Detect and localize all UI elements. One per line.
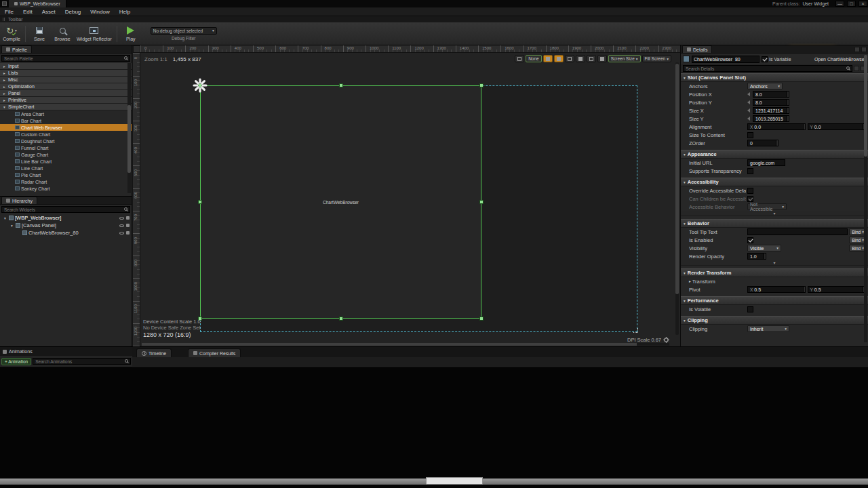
window-title-tab[interactable]: WBP_WebBrowser: [9, 0, 66, 7]
alignment-x-field[interactable]: X0.0: [747, 123, 806, 130]
pivot-y-field[interactable]: Y0.5: [808, 286, 866, 293]
palette-item-doughnut-chart[interactable]: Doughnut Chart: [0, 138, 132, 144]
visibility-eye-icon[interactable]: [119, 217, 124, 220]
section-expand-button[interactable]: ▾: [681, 260, 868, 266]
hierarchy-search-input[interactable]: [1, 206, 130, 213]
alignment-y-field[interactable]: Y0.0: [808, 123, 866, 130]
render-opacity-field[interactable]: 1.0: [747, 253, 766, 260]
visibility-eye-icon[interactable]: [119, 232, 124, 235]
reset-to-default-icon[interactable]: [747, 100, 750, 104]
anchor-gizmo-icon[interactable]: [191, 77, 209, 94]
scrollbar-thumb[interactable]: [864, 55, 867, 157]
zorder-field[interactable]: 0: [747, 140, 778, 146]
spinner[interactable]: [787, 108, 789, 113]
tab-compiler-results[interactable]: Compiler Results: [188, 348, 241, 357]
palette-search-input[interactable]: [1, 55, 130, 62]
palette-category-panel[interactable]: ▸Panel: [0, 90, 132, 97]
spinner[interactable]: [803, 287, 805, 292]
palette-item-funnel-chart[interactable]: Funnel Chart: [0, 144, 132, 151]
designer-canvas[interactable]: ChartWebBrowser: [140, 53, 680, 346]
resize-handle-bottom-right[interactable]: [479, 317, 484, 321]
palette-category-primitive[interactable]: ▸Primitive: [0, 97, 132, 104]
chevron-right-icon[interactable]: ▸: [689, 279, 691, 283]
debug-object-dropdown[interactable]: No debug object selected ▾: [151, 27, 217, 35]
details-search-input[interactable]: [683, 65, 852, 72]
selected-widget-rect[interactable]: ChartWebBrowser: [200, 85, 481, 319]
section-clipping-header[interactable]: ▾Clipping: [681, 316, 868, 325]
cursor-tool-button[interactable]: [515, 55, 524, 62]
palette-item-chart-web-browser[interactable]: Chart Web Browser: [0, 124, 132, 131]
lock-icon[interactable]: [126, 216, 130, 220]
tab-palette[interactable]: Palette: [1, 45, 32, 53]
section-slot-header[interactable]: ▾Slot (Canvas Panel Slot): [681, 73, 868, 82]
spinner[interactable]: [787, 92, 789, 97]
scrollbar-thumb[interactable]: [675, 64, 679, 294]
menu-window[interactable]: Window: [85, 7, 114, 16]
screen-size-button[interactable]: Screen Size▾: [608, 55, 641, 62]
palette-category-lists[interactable]: ▸Lists: [0, 70, 132, 77]
size-to-content-checkbox[interactable]: [747, 132, 753, 138]
save-button[interactable]: Save: [28, 23, 51, 45]
palette-item-sankey-chart[interactable]: Sankey Chart: [0, 185, 132, 192]
palette-item-custom-chart[interactable]: Custom Chart: [0, 131, 132, 138]
zoom-out-button[interactable]: [565, 55, 574, 62]
reset-to-default-icon[interactable]: [747, 117, 750, 121]
gear-icon[interactable]: [663, 337, 669, 343]
widget-name-input[interactable]: [692, 56, 760, 63]
hierarchy-row-chartwebbrowser-80[interactable]: ChartWebBrowser_80: [0, 229, 132, 237]
scrollbar-thumb[interactable]: [127, 105, 131, 173]
section-behavior-header[interactable]: ▾Behavior: [681, 219, 868, 228]
property-matrix-button[interactable]: [854, 66, 859, 71]
is-volatile-checkbox[interactable]: [747, 306, 753, 312]
open-widget-link[interactable]: Open ChartWebBrowser: [814, 57, 866, 62]
reset-to-default-icon[interactable]: [747, 108, 750, 113]
spinner[interactable]: [803, 124, 805, 129]
pivot-x-field[interactable]: X0.5: [747, 286, 806, 293]
palette-item-gauge-chart[interactable]: Gauge Chart: [0, 151, 132, 158]
toggle-outline-button[interactable]: [597, 55, 607, 62]
section-appearance-header[interactable]: ▾Appearance: [681, 150, 868, 159]
hierarchy-row-wbp-webbrowser[interactable]: ▾[WBP_WebBrowser]: [0, 214, 132, 222]
palette-item-bar-chart[interactable]: Bar Chart: [0, 117, 132, 124]
anchors-dropdown[interactable]: Anchors▾: [747, 83, 783, 89]
children-accessible-checkbox[interactable]: [747, 196, 753, 202]
details-scrollbar[interactable]: [864, 55, 867, 342]
tab-timeline[interactable]: Timeline: [136, 348, 172, 357]
play-button[interactable]: Play: [119, 23, 142, 45]
palette-item-line-chart[interactable]: Line Chart: [0, 165, 132, 171]
palette-category-simplechart[interactable]: ▾SimpleChart: [0, 104, 132, 110]
palette-item-area-chart[interactable]: Area Chart: [0, 110, 132, 117]
palette-item-radar-chart[interactable]: Radar Chart: [0, 178, 132, 185]
localization-preview-button[interactable]: None: [526, 55, 542, 62]
is-enabled-checkbox[interactable]: [747, 237, 753, 243]
minimize-button[interactable]: —: [835, 1, 844, 7]
tab-hierarchy[interactable]: Hierarchy: [1, 197, 37, 204]
size-y-field[interactable]: 1019.265015: [753, 115, 789, 122]
resize-handle-top-right[interactable]: [479, 83, 484, 87]
supports-transparency-checkbox[interactable]: [747, 168, 753, 174]
palette-item-line-bar-chart[interactable]: Line Bar Chart: [0, 158, 132, 165]
snap-size-button[interactable]: [554, 55, 564, 62]
initial-url-field[interactable]: google.com: [747, 159, 785, 166]
visibility-dropdown[interactable]: Visible▾: [747, 245, 781, 251]
palette-category-misc[interactable]: ▸Misc: [0, 77, 132, 83]
zoom-in-button[interactable]: [576, 55, 585, 62]
menu-debug[interactable]: Debug: [60, 7, 86, 16]
resize-handle-left[interactable]: [198, 200, 202, 204]
position-x-field[interactable]: 8.0: [753, 91, 789, 98]
resize-handle-right[interactable]: [479, 200, 484, 204]
reset-to-default-icon[interactable]: [747, 92, 750, 96]
tab-details[interactable]: Details: [682, 45, 712, 53]
fill-screen-button[interactable]: Fill Screen▾: [642, 55, 671, 62]
palette-category-optimization[interactable]: ▸Optimization: [0, 83, 132, 90]
override-accessible-checkbox[interactable]: [747, 188, 753, 194]
section-render-transform-header[interactable]: ▾Render Transform: [681, 268, 868, 277]
details-menu-icon[interactable]: [861, 47, 867, 52]
resize-handle-top[interactable]: [339, 83, 343, 87]
clipping-dropdown[interactable]: Inherit▾: [747, 325, 789, 332]
palette-item-pie-chart[interactable]: Pie Chart: [0, 171, 132, 178]
spinner[interactable]: [787, 100, 789, 105]
taskbar-item[interactable]: [426, 477, 483, 485]
menu-help[interactable]: Help: [115, 7, 135, 16]
section-expand-button[interactable]: ▾: [681, 211, 868, 216]
